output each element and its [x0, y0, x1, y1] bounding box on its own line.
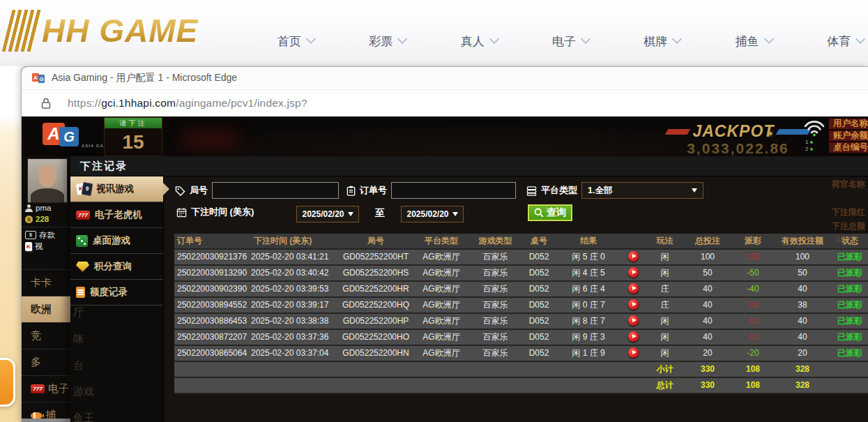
nav-item-lottery[interactable]: 彩票 — [369, 33, 406, 50]
floating-service-widget[interactable] — [0, 358, 15, 407]
bet-records-table: 订单号下注时间 (美东)局号平台类型游戏类型桌号结果玩法总投注派彩有效投注额状态… — [174, 234, 868, 394]
nav-item-fishing[interactable]: 捕鱼 — [736, 33, 772, 50]
lobby-item-kaka[interactable]: 卡卡 — [22, 269, 70, 296]
nav-item-home[interactable]: 首页 — [277, 33, 314, 50]
cell-empty — [413, 362, 469, 377]
lobby-item-jingmi[interactable]: 竞 — [22, 322, 70, 349]
playing-card-icon: K — [25, 242, 32, 251]
date-from-select[interactable]: 2025/02/20 — [296, 206, 359, 223]
deposit-button[interactable]: $存款 — [22, 229, 70, 241]
window-titlebar[interactable]: A G Asia Gaming - 用户配置 1 - Microsoft Edg… — [22, 67, 868, 90]
cell-time: 2025-02-20 03:39:53 — [251, 282, 338, 296]
sidebar-item-video-games[interactable]: K9 视讯游戏 — [70, 176, 163, 202]
nav-label: 真人 — [461, 33, 485, 50]
url-scheme: https:// — [68, 97, 101, 109]
sidebar-item-table-games[interactable]: 桌面游戏 — [70, 228, 163, 254]
online-dot — [810, 141, 813, 144]
replay-button[interactable] — [628, 315, 639, 326]
wifi-icon: 1 2 — [804, 120, 828, 155]
nav-item-sports[interactable]: 体育 — [827, 33, 864, 50]
cell-round: GD052252200HS — [338, 266, 413, 280]
cell-table-number: D052 — [521, 266, 556, 280]
cell-order: 250220030921376 — [174, 250, 251, 264]
site-logo[interactable]: HH GAME — [7, 10, 198, 52]
url-bar[interactable]: https://gci.1hhapi.com/agingame/pcv1/ind… — [22, 90, 868, 117]
order-filter-group: 订单号 — [347, 182, 516, 199]
cell-status: 已派彩 — [830, 330, 868, 345]
cell-empty — [521, 378, 556, 393]
magnifier-icon — [534, 208, 544, 218]
total-row-label: 总计 — [646, 378, 684, 393]
platform-filter-group: 平台类型 1.全部 — [526, 182, 703, 199]
lobby-item-slots[interactable]: 777电子 — [22, 375, 70, 402]
user-name-label: 用户名称 — [829, 119, 868, 129]
cell-bet-type: 闲 — [646, 266, 684, 280]
cell-valid-bet: 100 — [775, 250, 830, 264]
edge-window: A G Asia Gaming - 用户配置 1 - Microsoft Edg… — [21, 66, 868, 422]
nav-item-live[interactable]: 真人 — [461, 33, 498, 50]
nav-label: 电子 — [552, 33, 576, 50]
ghost-text: 咪 — [73, 333, 84, 346]
replay-button[interactable] — [628, 347, 639, 358]
cell-empty — [251, 362, 338, 377]
search-label: 查询 — [547, 206, 566, 219]
order-input[interactable] — [391, 182, 516, 199]
lobby-item-europe[interactable]: 欧洲 — [22, 296, 70, 322]
nav-item-slots[interactable]: 电子 — [552, 33, 589, 50]
platform-select[interactable]: 1.全部 — [581, 182, 703, 199]
lobby-item-multi[interactable]: 多 — [22, 349, 70, 375]
sidebar-item-points-query[interactable]: 积分查询 — [70, 254, 163, 280]
cell-platform: AG欧洲厅 — [413, 314, 469, 329]
cell-platform: AG欧洲厅 — [413, 250, 469, 264]
replay-button[interactable] — [628, 331, 639, 342]
cell-order: 250220030872207 — [174, 330, 251, 345]
table-header-row: 订单号下注时间 (美东)局号平台类型游戏类型桌号结果玩法总投注派彩有效投注额状态 — [174, 234, 868, 250]
cell-status: 已派彩 — [830, 266, 868, 280]
cell-empty — [620, 362, 646, 377]
cell-order: 250220030913290 — [174, 266, 251, 280]
ghost-text: 游戏 — [73, 385, 94, 398]
search-button[interactable]: 查询 — [528, 204, 572, 221]
lobby-item-label: 多 — [31, 356, 41, 369]
cell-valid-bet: 40 — [775, 282, 830, 296]
replay-button[interactable] — [628, 283, 639, 294]
caret-down-icon — [452, 212, 458, 216]
cell-empty — [338, 362, 413, 377]
lobby-item-label: 卡卡 — [31, 276, 52, 289]
video-games-row[interactable]: K视 — [22, 241, 70, 252]
cell-empty — [413, 378, 469, 393]
url-text[interactable]: https://gci.1hhapi.com/agingame/pcv1/ind… — [68, 97, 307, 110]
column-header — [620, 234, 646, 248]
game-lobby-sidebar: pma $228 $存款 K视 卡卡 欧洲 竞 多 777电子 捕 — [22, 156, 70, 422]
lobby-hall-menu: 卡卡 欧洲 竞 多 777电子 捕 — [22, 269, 70, 422]
replay-button[interactable] — [628, 299, 639, 310]
cell-empty — [521, 362, 556, 377]
lobby-item-label: 电子 — [48, 382, 69, 395]
total-row-payout: 108 — [731, 378, 775, 393]
lock-icon[interactable] — [41, 98, 51, 110]
cell-result: 闲 4 庄 5 — [556, 266, 620, 280]
cell-total-bet: 40 — [684, 298, 731, 312]
cell-table-number: D052 — [521, 298, 556, 312]
subtotal-row: 小计330108328 — [174, 362, 868, 378]
round-input[interactable] — [212, 182, 339, 199]
cell-game-type: 百家乐 — [469, 346, 521, 361]
column-header: 玩法 — [646, 234, 684, 248]
column-header: 下注时间 (美东) — [251, 234, 338, 248]
replay-button[interactable] — [628, 267, 639, 278]
nav-item-board-games[interactable]: 棋牌 — [644, 33, 680, 50]
table-row: 2502200308722072025-02-20 03:37:36GD0522… — [174, 330, 868, 346]
replay-button[interactable] — [628, 251, 639, 262]
jackpot-red-stripe — [665, 129, 691, 135]
cell-valid-bet: 50 — [775, 266, 830, 280]
avatar-torso — [31, 188, 64, 203]
table-row: 2502200308945522025-02-20 03:39:17GD0522… — [174, 298, 868, 314]
column-header: 局号 — [338, 234, 413, 248]
video-label: 视 — [35, 241, 43, 251]
date-to-value: 2025/02/20 — [406, 209, 448, 219]
date-to-select[interactable]: 2025/02/20 — [401, 206, 464, 223]
window-title: Asia Gaming - 用户配置 1 - Microsoft Edge — [52, 72, 237, 84]
sidebar-item-slot-machine[interactable]: 777 电子老虎机 — [70, 202, 163, 228]
cell-bet-type: 闲 — [646, 250, 684, 264]
sidebar-item-quota-records[interactable]: 额度记录 — [70, 280, 163, 306]
